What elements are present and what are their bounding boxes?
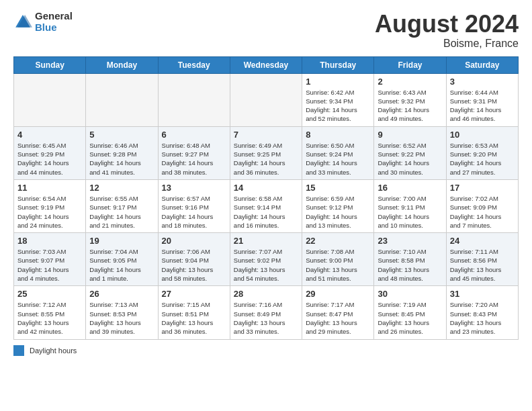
calendar-cell: 25Sunrise: 7:12 AM Sunset: 8:55 PM Dayli… (14, 286, 86, 339)
day-number: 15 (306, 183, 370, 193)
day-info: Sunrise: 6:48 AM Sunset: 9:27 PM Dayligh… (162, 141, 226, 177)
calendar-cell (230, 73, 302, 126)
calendar-cell: 3Sunrise: 6:44 AM Sunset: 9:31 PM Daylig… (446, 73, 518, 126)
day-info: Sunrise: 6:59 AM Sunset: 9:12 PM Dayligh… (306, 194, 370, 230)
day-number: 3 (450, 77, 515, 87)
day-info: Sunrise: 7:12 AM Sunset: 8:55 PM Dayligh… (17, 300, 82, 336)
calendar-cell: 30Sunrise: 7:19 AM Sunset: 8:45 PM Dayli… (374, 286, 446, 339)
day-info: Sunrise: 7:20 AM Sunset: 8:43 PM Dayligh… (450, 300, 515, 336)
day-number: 17 (450, 183, 515, 193)
day-info: Sunrise: 6:42 AM Sunset: 9:34 PM Dayligh… (306, 88, 370, 124)
main-title: August 2024 (375, 11, 519, 38)
calendar-cell: 8Sunrise: 6:50 AM Sunset: 9:24 PM Daylig… (302, 126, 374, 179)
day-info: Sunrise: 7:19 AM Sunset: 8:45 PM Dayligh… (378, 300, 442, 336)
calendar-cell: 10Sunrise: 6:53 AM Sunset: 9:20 PM Dayli… (446, 126, 518, 179)
calendar-cell: 19Sunrise: 7:04 AM Sunset: 9:05 PM Dayli… (86, 233, 158, 286)
legend: Daylight hours (13, 345, 519, 356)
day-number: 14 (234, 183, 298, 193)
day-info: Sunrise: 7:08 AM Sunset: 9:00 PM Dayligh… (306, 247, 370, 283)
logo-icon (13, 13, 32, 32)
day-info: Sunrise: 7:10 AM Sunset: 8:58 PM Dayligh… (378, 247, 442, 283)
calendar-cell: 7Sunrise: 6:49 AM Sunset: 9:25 PM Daylig… (230, 126, 302, 179)
header: General Blue August 2024 Boisme, France (13, 11, 519, 50)
calendar-cell: 24Sunrise: 7:11 AM Sunset: 8:56 PM Dayli… (446, 233, 518, 286)
calendar-cell (86, 73, 158, 126)
page: General Blue August 2024 Boisme, France … (0, 0, 532, 411)
calendar-cell: 17Sunrise: 7:02 AM Sunset: 9:09 PM Dayli… (446, 179, 518, 232)
day-number: 7 (234, 130, 298, 140)
day-number: 9 (378, 130, 442, 140)
day-info: Sunrise: 7:00 AM Sunset: 9:11 PM Dayligh… (378, 194, 442, 230)
calendar-cell: 29Sunrise: 7:17 AM Sunset: 8:47 PM Dayli… (302, 286, 374, 339)
calendar-header-thursday: Thursday (302, 56, 374, 73)
day-number: 20 (162, 236, 226, 246)
calendar-cell: 11Sunrise: 6:54 AM Sunset: 9:19 PM Dayli… (14, 179, 86, 232)
calendar-cell: 9Sunrise: 6:52 AM Sunset: 9:22 PM Daylig… (374, 126, 446, 179)
day-number: 16 (378, 183, 442, 193)
logo-line1: General (35, 11, 73, 22)
calendar-week-row: 1Sunrise: 6:42 AM Sunset: 9:34 PM Daylig… (14, 73, 519, 126)
day-info: Sunrise: 7:11 AM Sunset: 8:56 PM Dayligh… (450, 247, 515, 283)
calendar-cell: 12Sunrise: 6:55 AM Sunset: 9:17 PM Dayli… (86, 179, 158, 232)
calendar-header-row: SundayMondayTuesdayWednesdayThursdayFrid… (14, 56, 519, 73)
day-info: Sunrise: 7:13 AM Sunset: 8:53 PM Dayligh… (89, 300, 154, 336)
calendar-cell: 5Sunrise: 6:46 AM Sunset: 9:28 PM Daylig… (86, 126, 158, 179)
day-info: Sunrise: 6:53 AM Sunset: 9:20 PM Dayligh… (450, 141, 515, 177)
day-number: 31 (450, 289, 515, 299)
calendar-cell: 15Sunrise: 6:59 AM Sunset: 9:12 PM Dayli… (302, 179, 374, 232)
day-number: 21 (234, 236, 298, 246)
day-number: 27 (162, 289, 226, 299)
calendar-week-row: 18Sunrise: 7:03 AM Sunset: 9:07 PM Dayli… (14, 233, 519, 286)
calendar-cell (158, 73, 230, 126)
calendar-header-tuesday: Tuesday (158, 56, 230, 73)
day-number: 30 (378, 289, 442, 299)
legend-box (13, 345, 24, 356)
calendar-cell: 2Sunrise: 6:43 AM Sunset: 9:32 PM Daylig… (374, 73, 446, 126)
day-number: 12 (89, 183, 154, 193)
calendar-cell: 20Sunrise: 7:06 AM Sunset: 9:04 PM Dayli… (158, 233, 230, 286)
calendar-cell: 27Sunrise: 7:15 AM Sunset: 8:51 PM Dayli… (158, 286, 230, 339)
calendar-header-saturday: Saturday (446, 56, 518, 73)
day-number: 24 (450, 236, 515, 246)
calendar-cell: 26Sunrise: 7:13 AM Sunset: 8:53 PM Dayli… (86, 286, 158, 339)
day-number: 25 (17, 289, 82, 299)
day-number: 6 (162, 130, 226, 140)
day-info: Sunrise: 7:15 AM Sunset: 8:51 PM Dayligh… (162, 300, 226, 336)
day-number: 5 (89, 130, 154, 140)
calendar-week-row: 4Sunrise: 6:45 AM Sunset: 9:29 PM Daylig… (14, 126, 519, 179)
day-number: 4 (17, 130, 82, 140)
day-info: Sunrise: 7:02 AM Sunset: 9:09 PM Dayligh… (450, 194, 515, 230)
calendar-cell: 21Sunrise: 7:07 AM Sunset: 9:02 PM Dayli… (230, 233, 302, 286)
logo-line2: Blue (35, 22, 73, 34)
day-info: Sunrise: 7:17 AM Sunset: 8:47 PM Dayligh… (306, 300, 370, 336)
day-info: Sunrise: 7:07 AM Sunset: 9:02 PM Dayligh… (234, 247, 298, 283)
day-number: 28 (234, 289, 298, 299)
calendar-cell: 4Sunrise: 6:45 AM Sunset: 9:29 PM Daylig… (14, 126, 86, 179)
day-info: Sunrise: 7:16 AM Sunset: 8:49 PM Dayligh… (234, 300, 298, 336)
calendar-cell: 1Sunrise: 6:42 AM Sunset: 9:34 PM Daylig… (302, 73, 374, 126)
day-number: 2 (378, 77, 442, 87)
calendar-cell: 18Sunrise: 7:03 AM Sunset: 9:07 PM Dayli… (14, 233, 86, 286)
day-info: Sunrise: 6:58 AM Sunset: 9:14 PM Dayligh… (234, 194, 298, 230)
day-info: Sunrise: 6:54 AM Sunset: 9:19 PM Dayligh… (17, 194, 82, 230)
day-info: Sunrise: 6:49 AM Sunset: 9:25 PM Dayligh… (234, 141, 298, 177)
calendar-cell: 22Sunrise: 7:08 AM Sunset: 9:00 PM Dayli… (302, 233, 374, 286)
day-number: 18 (17, 236, 82, 246)
day-info: Sunrise: 6:45 AM Sunset: 9:29 PM Dayligh… (17, 141, 82, 177)
sub-title: Boisme, France (375, 38, 519, 50)
legend-label: Daylight hours (30, 347, 77, 355)
day-info: Sunrise: 7:03 AM Sunset: 9:07 PM Dayligh… (17, 247, 82, 283)
day-number: 10 (450, 130, 515, 140)
day-info: Sunrise: 6:43 AM Sunset: 9:32 PM Dayligh… (378, 88, 442, 124)
calendar-week-row: 25Sunrise: 7:12 AM Sunset: 8:55 PM Dayli… (14, 286, 519, 339)
calendar-cell (14, 73, 86, 126)
day-number: 22 (306, 236, 370, 246)
calendar-header-monday: Monday (86, 56, 158, 73)
calendar-cell: 13Sunrise: 6:57 AM Sunset: 9:16 PM Dayli… (158, 179, 230, 232)
calendar-week-row: 11Sunrise: 6:54 AM Sunset: 9:19 PM Dayli… (14, 179, 519, 232)
day-number: 11 (17, 183, 82, 193)
day-info: Sunrise: 7:06 AM Sunset: 9:04 PM Dayligh… (162, 247, 226, 283)
day-number: 8 (306, 130, 370, 140)
calendar-cell: 31Sunrise: 7:20 AM Sunset: 8:43 PM Dayli… (446, 286, 518, 339)
calendar-cell: 28Sunrise: 7:16 AM Sunset: 8:49 PM Dayli… (230, 286, 302, 339)
